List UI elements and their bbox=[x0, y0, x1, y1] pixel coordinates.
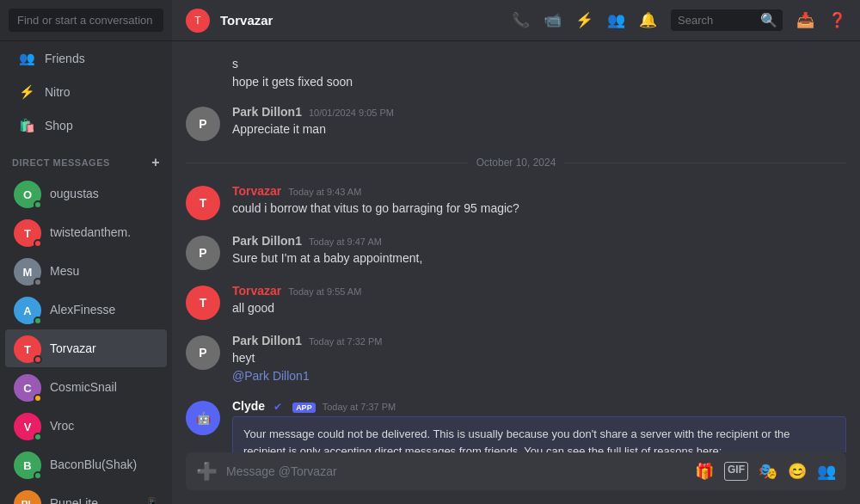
msg-spacer bbox=[186, 53, 220, 91]
avatar-alex: A bbox=[14, 297, 41, 324]
system-message-box: Your message could not be delivered. Thi… bbox=[232, 416, 846, 452]
msg-text-0: shope it gets fixed soon bbox=[232, 55, 846, 91]
avatar-park-3: P bbox=[186, 236, 220, 270]
sidebar-item-nitro[interactable]: ⚡ Nitro bbox=[5, 76, 167, 108]
message-group-5: P Park Dillon1 Today at 7:32 PM heyt @Pa… bbox=[186, 330, 846, 389]
add-dm-button[interactable]: + bbox=[151, 155, 160, 170]
msg-author-1: Park Dillon1 bbox=[232, 105, 302, 119]
avatar-runelite: RL bbox=[14, 490, 41, 504]
profile-icon[interactable]: 🔔 bbox=[639, 11, 657, 29]
dm-name-torvazar: Torvazar bbox=[50, 341, 96, 355]
msg-content-4: Torvazar Today at 9:55 AM all good bbox=[232, 284, 846, 320]
inbox-icon[interactable]: 📥 bbox=[796, 11, 814, 29]
video-icon[interactable]: 📹 bbox=[544, 11, 562, 29]
dm-name-mesu: Mesu bbox=[50, 264, 79, 278]
msg-time-3: Today at 9:47 AM bbox=[309, 237, 382, 247]
chat-header-name: Torvazar bbox=[220, 13, 273, 28]
msg-content-1: Park Dillon1 10/01/2024 9:05 PM Apprecia… bbox=[232, 105, 846, 141]
avatar-torvazar-2: T bbox=[186, 186, 220, 220]
dm-name-cosmic: CosmicSnail bbox=[50, 380, 117, 394]
emoji-icon[interactable]: 😊 bbox=[788, 462, 807, 481]
avatar-park-5: P bbox=[186, 335, 220, 370]
message-group-4: T Torvazar Today at 9:55 AM all good bbox=[186, 280, 846, 323]
msg-text-3: Sure but I'm at a baby appointment, bbox=[232, 249, 846, 267]
dm-item-cosmic[interactable]: C CosmicSnail bbox=[5, 368, 167, 406]
nitro-label: Nitro bbox=[45, 85, 71, 99]
people-icon[interactable]: 👥 bbox=[817, 462, 836, 481]
system-msg-text: Your message could not be delivered. Thi… bbox=[243, 427, 790, 452]
dm-name-bacon: BaconBlu(Shak) bbox=[50, 458, 137, 471]
avatar-torvazar: T bbox=[14, 335, 41, 363]
avatar-mesu: M bbox=[14, 258, 41, 286]
avatar-park-1: P bbox=[186, 107, 220, 141]
dm-item-torvazar[interactable]: T Torvazar bbox=[5, 329, 167, 367]
sticker-icon[interactable]: 🎭 bbox=[759, 462, 777, 481]
header-icons: 📞 📹 ⚡ 👥 🔔 🔍 📥 ❓ bbox=[512, 9, 846, 31]
msg-text-2: could i borrow that vitus to go barragin… bbox=[232, 200, 846, 218]
shop-icon: 🛍️ bbox=[17, 116, 36, 135]
msg-time-2: Today at 9:43 AM bbox=[288, 187, 361, 197]
header-search[interactable]: 🔍 bbox=[671, 9, 783, 31]
msg-content-2: Torvazar Today at 9:43 AM could i borrow… bbox=[232, 184, 846, 220]
msg-time-1: 10/01/2024 9:05 PM bbox=[309, 108, 394, 118]
friends-label: Friends bbox=[45, 52, 85, 65]
dm-name-alex: AlexFinesse bbox=[50, 303, 115, 317]
dm-item-ougustas[interactable]: O ougustas bbox=[5, 175, 167, 212]
add-friends-icon[interactable]: 👥 bbox=[607, 11, 625, 29]
sidebar: Find or start a conversation 👥 Friends ⚡… bbox=[0, 0, 172, 504]
msg-content-3: Park Dillon1 Today at 9:47 AM Sure but I… bbox=[232, 234, 846, 270]
dm-item-vroc[interactable]: V Vroc bbox=[5, 407, 167, 445]
nitro-icon: ⚡ bbox=[17, 83, 36, 101]
msg-author-2: Torvazar bbox=[232, 184, 281, 198]
friends-icon: 👥 bbox=[17, 49, 36, 68]
avatar-cosmic: C bbox=[14, 374, 41, 402]
input-right-icons: 🎁 GIF 🎭 😊 👥 bbox=[695, 462, 836, 481]
dm-name-twisted: twistedanthem. bbox=[50, 225, 131, 239]
message-group-0: shope it gets fixed soon bbox=[186, 50, 846, 95]
message-group-6: 🤖 Clyde ✔ APP Today at 7:37 PM Your mess… bbox=[186, 396, 846, 452]
sidebar-item-friends[interactable]: 👥 Friends bbox=[5, 42, 167, 75]
msg-time-6: Today at 7:37 PM bbox=[322, 402, 396, 412]
call-icon[interactable]: 📞 bbox=[512, 11, 530, 29]
sidebar-nav: 👥 Friends ⚡ Nitro 🛍️ Shop bbox=[0, 41, 172, 143]
dm-item-alex[interactable]: A AlexFinesse bbox=[5, 291, 167, 329]
message-input-box: ➕ 🎁 GIF 🎭 😊 👥 bbox=[186, 452, 846, 490]
avatar-torvazar-4: T bbox=[186, 286, 220, 320]
avatar-clyde-6: 🤖 bbox=[186, 401, 220, 435]
sidebar-item-shop[interactable]: 🛍️ Shop bbox=[5, 109, 167, 142]
header-search-input[interactable] bbox=[678, 14, 755, 27]
msg-author-4: Torvazar bbox=[232, 284, 281, 298]
msg-text-1: Appreciate it man bbox=[232, 120, 846, 138]
mention-park: @Park Dillon1 bbox=[232, 369, 310, 383]
chat-header-avatar: T bbox=[186, 9, 210, 33]
dm-item-runelite[interactable]: RL RuneLite 📱 bbox=[5, 484, 167, 504]
dm-item-bacon[interactable]: B BaconBlu(Shak) bbox=[5, 446, 167, 483]
gift-icon[interactable]: 🎁 bbox=[695, 462, 714, 481]
attach-icon[interactable]: ➕ bbox=[196, 461, 218, 482]
message-input[interactable] bbox=[226, 464, 686, 478]
find-conversation-input[interactable]: Find or start a conversation bbox=[9, 9, 163, 32]
search-bar: Find or start a conversation bbox=[0, 0, 172, 41]
dm-section-header: DIRECT MESSAGES + bbox=[0, 143, 172, 174]
msg-header-1: Park Dillon1 10/01/2024 9:05 PM bbox=[232, 105, 846, 119]
msg-header-2: Torvazar Today at 9:43 AM bbox=[232, 184, 846, 198]
msg-header-4: Torvazar Today at 9:55 AM bbox=[232, 284, 846, 298]
message-group-2: T Torvazar Today at 9:43 AM could i borr… bbox=[186, 181, 846, 224]
msg-text-4: all good bbox=[232, 299, 846, 317]
chat-header: T Torvazar 📞 📹 ⚡ 👥 🔔 🔍 📥 ❓ bbox=[172, 0, 860, 41]
dm-item-twisted[interactable]: T twistedanthem. bbox=[5, 213, 167, 251]
gif-button[interactable]: GIF bbox=[724, 462, 748, 481]
dm-list: O ougustas T twistedanthem. M Mesu A Ale… bbox=[0, 174, 172, 504]
date-separator-1: October 10, 2024 bbox=[186, 157, 846, 169]
dm-name-vroc: Vroc bbox=[50, 419, 74, 433]
msg-header-6: Clyde ✔ APP Today at 7:37 PM bbox=[232, 399, 846, 413]
header-search-icon: 🔍 bbox=[760, 12, 777, 28]
help-icon[interactable]: ❓ bbox=[828, 11, 846, 29]
dm-item-mesu[interactable]: M Mesu bbox=[5, 252, 167, 290]
msg-header-5: Park Dillon1 Today at 7:32 PM bbox=[232, 334, 846, 347]
activity-icon[interactable]: ⚡ bbox=[575, 11, 593, 29]
find-placeholder: Find or start a conversation bbox=[17, 14, 153, 27]
date-label-1: October 10, 2024 bbox=[476, 157, 556, 169]
avatar-bacon: B bbox=[14, 452, 41, 479]
avatar-ougustas: O bbox=[14, 181, 41, 208]
